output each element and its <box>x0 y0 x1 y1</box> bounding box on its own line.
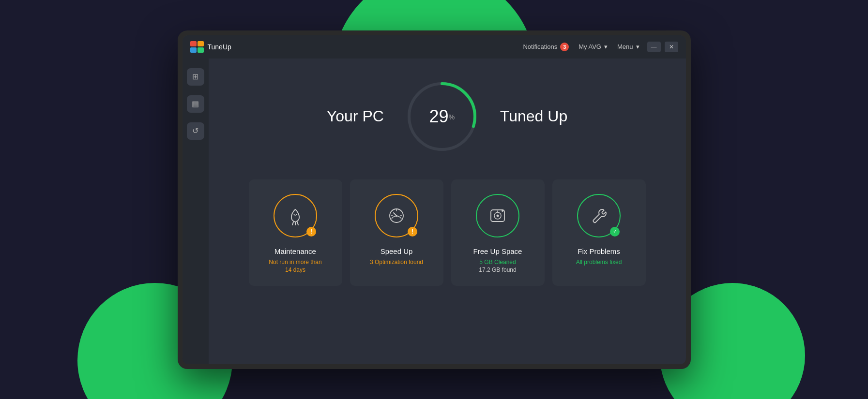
logo-sq1 <box>190 41 197 46</box>
sidebar-icon-refresh[interactable]: ↺ <box>187 122 204 140</box>
content-area: Your PC 29% Tuned Up <box>209 59 686 364</box>
free-up-space-status-secondary: 17.2 GB found <box>479 266 516 274</box>
laptop-frame: TuneUp Notifications 3 My AVG ▾ Menu ▾ <box>178 30 691 369</box>
fix-problems-check-badge: ✓ <box>610 227 620 236</box>
sidebar-icon-stats[interactable]: ▦ <box>187 95 204 113</box>
wrench-svg <box>589 206 609 226</box>
fix-problems-icon-wrapper: ✓ <box>577 194 621 237</box>
speed-up-alert-badge: ! <box>408 227 417 236</box>
maintenance-status: Not run in more than14 days <box>269 258 321 275</box>
hdd-svg <box>487 205 508 226</box>
refresh-icon: ↺ <box>192 126 198 135</box>
maintenance-alert-badge: ! <box>306 227 316 236</box>
gauge-widget: 29% <box>403 78 481 155</box>
fix-problems-card[interactable]: ✓ Fix Problems All problems fixed <box>552 179 646 286</box>
app-title: TuneUp <box>208 43 231 51</box>
menu-chevron-icon: ▾ <box>636 43 640 50</box>
free-up-space-icon-circle <box>476 194 519 237</box>
title-bar-nav: Notifications 3 My AVG ▾ Menu ▾ <box>523 43 639 51</box>
gauge-percent-symbol: % <box>449 113 455 120</box>
bar-chart-icon: ▦ <box>192 99 199 108</box>
logo-sq2 <box>198 41 204 46</box>
speed-up-title: Speed Up <box>381 247 413 255</box>
close-button[interactable]: ✕ <box>665 42 678 52</box>
main-content: ⊞ ▦ ↺ Your PC <box>183 59 686 364</box>
minimize-button[interactable]: — <box>647 42 661 52</box>
app-window: TuneUp Notifications 3 My AVG ▾ Menu ▾ <box>183 35 686 364</box>
gauge-number: 29 <box>429 106 449 126</box>
sidebar: ⊞ ▦ ↺ <box>183 59 209 364</box>
logo-sq4 <box>198 47 204 53</box>
minimize-icon: — <box>651 44 657 50</box>
my-avg-chevron-icon: ▾ <box>604 43 608 50</box>
menu-button[interactable]: Menu ▾ <box>617 43 640 50</box>
free-up-space-status-primary: 5 GB Cleaned <box>479 258 516 266</box>
speed-up-status: 3 Optimization found <box>370 258 423 266</box>
logo-sq3 <box>190 47 197 53</box>
broom-svg <box>285 206 305 226</box>
title-bar: TuneUp Notifications 3 My AVG ▾ Menu ▾ <box>183 35 686 59</box>
sidebar-icon-grid[interactable]: ⊞ <box>187 68 204 86</box>
menu-label: Menu <box>617 43 633 50</box>
my-avg-label: My AVG <box>579 43 601 50</box>
maintenance-title: Maintenance <box>274 247 316 255</box>
gauge-center: 29% <box>429 108 455 125</box>
grid-icon: ⊞ <box>192 72 198 81</box>
notifications-button[interactable]: Notifications 3 <box>523 43 569 51</box>
notifications-badge: 3 <box>560 43 569 51</box>
speedometer-svg <box>386 205 407 226</box>
free-up-space-icon-wrapper <box>476 194 519 237</box>
speed-up-card[interactable]: ! Speed Up 3 Optimization found <box>350 179 443 286</box>
fix-problems-status: All problems fixed <box>576 258 622 266</box>
maintenance-card[interactable]: ! Maintenance Not run in more than14 day… <box>249 179 342 286</box>
my-avg-button[interactable]: My AVG ▾ <box>579 43 608 50</box>
gauge-right-text: Tuned Up <box>500 107 567 125</box>
free-up-space-card[interactable]: Free Up Space 5 GB Cleaned 17.2 GB found <box>451 179 545 286</box>
notifications-label: Notifications <box>523 43 557 50</box>
free-up-space-title: Free Up Space <box>473 247 522 255</box>
svg-point-5 <box>502 210 503 212</box>
fix-problems-title: Fix Problems <box>578 247 620 255</box>
maintenance-icon-wrapper: ! <box>274 194 317 237</box>
svg-point-1 <box>396 215 397 217</box>
avg-logo <box>190 41 204 53</box>
gauge-section: Your PC 29% Tuned Up <box>327 78 567 155</box>
gauge-left-text: Your PC <box>327 107 384 125</box>
speed-up-icon-wrapper: ! <box>375 194 418 237</box>
cards-section: ! Maintenance Not run in more than14 day… <box>249 179 646 286</box>
svg-point-4 <box>497 214 499 217</box>
logo-area: TuneUp <box>190 41 523 53</box>
window-controls: — ✕ <box>647 42 678 52</box>
close-icon: ✕ <box>669 44 674 50</box>
